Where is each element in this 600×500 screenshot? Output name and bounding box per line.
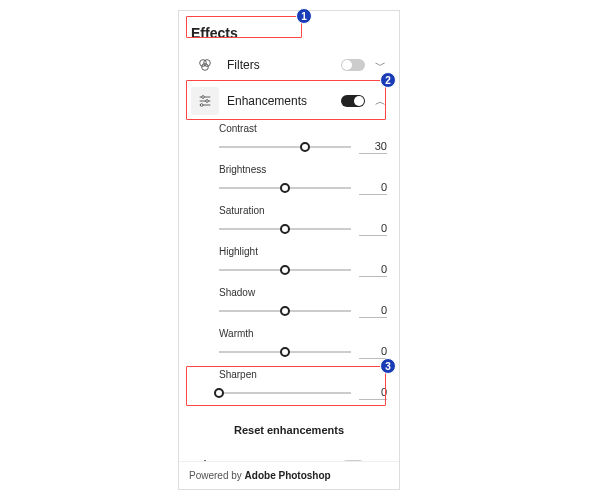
footer-brand: Adobe Photoshop	[245, 470, 331, 481]
effects-panel: Effects Filters ﹀ Enhancements ︿	[178, 10, 400, 490]
reset-enhancements-button[interactable]: Reset enhancements	[191, 414, 387, 448]
slider-thumb[interactable]	[280, 265, 290, 275]
slider-value[interactable]: 0	[359, 222, 387, 236]
slider-label: Contrast	[219, 123, 387, 134]
slider-track[interactable]	[219, 346, 351, 358]
slider-sharpen: Sharpen0	[219, 369, 387, 400]
enhancements-label: Enhancements	[227, 94, 333, 108]
callout-badge-1: 1	[296, 8, 312, 24]
blur-toggle[interactable]	[341, 460, 365, 461]
slider-track[interactable]	[219, 264, 351, 276]
svg-point-4	[202, 96, 205, 99]
slider-value[interactable]: 0	[359, 304, 387, 318]
slider-thumb[interactable]	[300, 142, 310, 152]
svg-point-6	[206, 100, 209, 103]
filters-label: Filters	[227, 58, 333, 72]
svg-point-1	[204, 60, 211, 67]
enhancements-collapse-icon[interactable]: ︿	[373, 94, 387, 109]
slider-highlight: Highlight0	[219, 246, 387, 277]
blur-label: Blur	[227, 459, 333, 461]
blur-expand-icon[interactable]: ﹀	[373, 459, 387, 462]
slider-track[interactable]	[219, 141, 351, 153]
panel-scroll-area[interactable]: Effects Filters ﹀ Enhancements ︿	[179, 11, 399, 461]
enhancements-toggle[interactable]	[341, 95, 365, 107]
enhancements-row[interactable]: Enhancements ︿	[191, 83, 387, 119]
slider-thumb[interactable]	[280, 347, 290, 357]
slider-label: Highlight	[219, 246, 387, 257]
slider-brightness: Brightness0	[219, 164, 387, 195]
slider-track[interactable]	[219, 182, 351, 194]
slider-thumb[interactable]	[280, 306, 290, 316]
slider-value[interactable]: 0	[359, 263, 387, 277]
footer-prefix: Powered by	[189, 470, 245, 481]
slider-label: Sharpen	[219, 369, 387, 380]
svg-point-2	[202, 64, 209, 71]
slider-thumb[interactable]	[214, 388, 224, 398]
slider-label: Saturation	[219, 205, 387, 216]
svg-point-8	[200, 104, 203, 107]
slider-value[interactable]: 0	[359, 386, 387, 400]
panel-title: Effects	[191, 19, 387, 47]
slider-label: Brightness	[219, 164, 387, 175]
slider-track[interactable]	[219, 305, 351, 317]
slider-contrast: Contrast30	[219, 123, 387, 154]
blur-row[interactable]: Blur ﹀	[191, 448, 387, 461]
slider-warmth: Warmth0	[219, 328, 387, 359]
enhancement-sliders: Contrast30Brightness0Saturation0Highligh…	[191, 119, 387, 414]
filters-row[interactable]: Filters ﹀	[191, 47, 387, 83]
slider-shadow: Shadow0	[219, 287, 387, 318]
slider-track[interactable]	[219, 223, 351, 235]
slider-label: Warmth	[219, 328, 387, 339]
panel-footer: Powered by Adobe Photoshop	[179, 461, 399, 489]
slider-label: Shadow	[219, 287, 387, 298]
slider-saturation: Saturation0	[219, 205, 387, 236]
slider-thumb[interactable]	[280, 224, 290, 234]
callout-badge-3: 3	[380, 358, 396, 374]
blur-icon	[191, 452, 219, 461]
slider-track[interactable]	[219, 387, 351, 399]
filters-toggle[interactable]	[341, 59, 365, 71]
slider-thumb[interactable]	[280, 183, 290, 193]
filters-icon	[191, 51, 219, 79]
filters-expand-icon[interactable]: ﹀	[373, 58, 387, 73]
callout-badge-2: 2	[380, 72, 396, 88]
slider-value[interactable]: 0	[359, 181, 387, 195]
slider-value[interactable]: 30	[359, 140, 387, 154]
sliders-icon	[191, 87, 219, 115]
slider-value[interactable]: 0	[359, 345, 387, 359]
